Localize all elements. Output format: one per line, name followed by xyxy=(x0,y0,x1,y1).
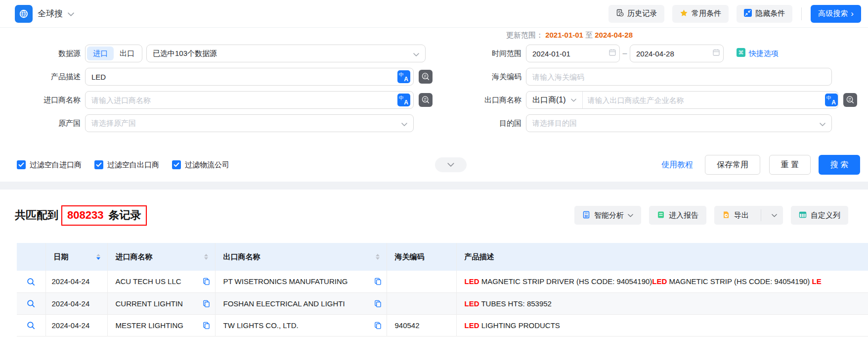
divider xyxy=(761,209,761,221)
hs-code-field xyxy=(526,68,832,86)
header-icon-col xyxy=(17,243,45,271)
filter-label: 过滤空白进口商 xyxy=(30,160,82,170)
reset-button[interactable]: 重 置 xyxy=(769,155,811,175)
section-divider xyxy=(0,182,868,190)
tab-import[interactable]: 进口 xyxy=(87,47,114,60)
product-desc-label: 产品描述 xyxy=(0,72,85,82)
exclude-search-icon[interactable] xyxy=(419,70,433,84)
search-icon[interactable] xyxy=(27,278,35,286)
results-actions: BI 智能分析 进入报告 导出 自定义列 xyxy=(566,206,848,225)
quick-options-link[interactable]: ⌘ 快捷选项 xyxy=(737,48,779,59)
hide-conditions-button[interactable]: 隐藏条件 xyxy=(737,5,792,23)
filter-logistics[interactable]: 过滤物流公司 xyxy=(172,160,229,170)
copy-icon[interactable] xyxy=(203,300,210,307)
translate-icon[interactable]: 中A xyxy=(397,70,410,83)
match-count: 808233 xyxy=(67,209,103,222)
enter-report-label: 进入报告 xyxy=(669,211,698,220)
tutorial-link[interactable]: 使用教程 xyxy=(661,160,693,170)
export-button: 导出 xyxy=(714,206,783,225)
smart-analysis-button[interactable]: BI 智能分析 xyxy=(574,206,641,225)
chevron-down-icon xyxy=(401,119,407,128)
exporter-field: 出口商(1) 中A xyxy=(526,91,838,109)
table-header-row: 日期 进口商名称 出口商名称 海关编码 产品描述 xyxy=(17,243,868,271)
hide-conditions-label: 隐藏条件 xyxy=(755,9,785,18)
header-date-label: 日期 xyxy=(54,252,69,262)
advanced-search-label: 高级搜索 xyxy=(818,9,848,18)
collapse-form-button[interactable] xyxy=(435,157,467,172)
tab-export[interactable]: 出口 xyxy=(114,47,140,60)
update-range-start: 2021-01-01 xyxy=(545,31,583,39)
data-source-select[interactable]: 已选中103个数据源 xyxy=(146,45,426,62)
destination-select[interactable]: 请选择目的国 xyxy=(526,114,832,132)
header-importer[interactable]: 进口商名称 xyxy=(107,243,215,271)
enter-report-button[interactable]: 进入报告 xyxy=(649,206,706,225)
translate-icon[interactable]: 中A xyxy=(825,94,838,106)
header-date[interactable]: 日期 xyxy=(45,243,107,271)
quick-options-label: 快捷选项 xyxy=(749,49,779,58)
data-source-value: 已选中103个数据源 xyxy=(153,49,413,58)
cell-exporter: FOSHAN ELECTRICAL AND LIGHTI xyxy=(215,292,387,314)
checkbox-checked-icon xyxy=(17,160,26,169)
date-end-field[interactable] xyxy=(630,45,724,62)
custom-columns-label: 自定义列 xyxy=(811,211,840,220)
command-icon: ⌘ xyxy=(737,48,745,59)
custom-columns-button[interactable]: 自定义列 xyxy=(791,206,848,225)
search-icon[interactable] xyxy=(27,299,35,308)
search-button[interactable]: 搜 索 xyxy=(819,155,860,175)
date-start-input[interactable] xyxy=(532,49,608,58)
cell-date: 2024-04-24 xyxy=(45,271,107,292)
page: 全球搜 历史记录 常用条件 隐藏条件 高级搜索 › xyxy=(0,0,868,337)
exporter-type-select[interactable]: 出口商(1) xyxy=(526,92,582,108)
star-icon xyxy=(680,9,688,19)
smart-analysis-label: 智能分析 xyxy=(594,211,624,220)
export-dropdown[interactable] xyxy=(765,206,783,225)
export-main[interactable]: 导出 xyxy=(714,206,757,225)
app-title: 全球搜 xyxy=(38,8,63,19)
save-common-button[interactable]: 保存常用 xyxy=(705,155,760,175)
exporter-label: 出口商名称 xyxy=(434,96,526,105)
search-form: 更新范围： 2021-01-01 至 2024-04-28 数据源 进口 出口 … xyxy=(0,28,868,175)
sort-icon[interactable] xyxy=(204,254,208,260)
copy-icon[interactable] xyxy=(203,322,210,329)
exclude-search-icon[interactable] xyxy=(843,93,857,107)
calendar-icon xyxy=(608,48,616,58)
header-exporter-label: 出口商名称 xyxy=(223,252,260,262)
filter-blank-importer[interactable]: 过滤空白进口商 xyxy=(17,160,82,170)
header-product-desc: 产品描述 xyxy=(456,243,868,271)
history-button[interactable]: 历史记录 xyxy=(608,5,664,23)
chevron-down-icon xyxy=(447,163,454,167)
chevron-down-icon xyxy=(413,49,419,58)
destination-label: 目的国 xyxy=(434,119,526,128)
origin-select[interactable]: 请选择原产国 xyxy=(85,114,414,132)
cell-exporter: PT WISETRONICS MANUFATURING xyxy=(215,271,387,292)
data-source-label: 数据源 xyxy=(0,49,85,58)
exclude-search-icon[interactable] xyxy=(419,93,433,107)
app-brand[interactable]: 全球搜 xyxy=(15,5,74,23)
date-start-field[interactable] xyxy=(526,45,620,62)
sort-icon[interactable] xyxy=(96,254,100,260)
copy-icon[interactable] xyxy=(374,278,382,285)
hs-code-input[interactable] xyxy=(532,73,828,81)
importer-input[interactable] xyxy=(91,96,397,104)
chevron-down-icon xyxy=(820,119,825,128)
copy-icon[interactable] xyxy=(374,322,382,329)
history-label: 历史记录 xyxy=(627,9,657,18)
copy-icon[interactable] xyxy=(203,278,210,285)
filter-blank-exporter[interactable]: 过滤空白出口商 xyxy=(94,160,159,170)
date-end-input[interactable] xyxy=(636,49,712,58)
product-desc-input[interactable] xyxy=(91,73,397,81)
origin-placeholder: 请选择原产国 xyxy=(91,119,401,128)
exporter-input[interactable] xyxy=(583,96,825,104)
cell-importer: CURRENT LIGHTIN xyxy=(107,292,215,314)
sort-icon[interactable] xyxy=(376,254,380,260)
copy-icon[interactable] xyxy=(374,300,382,307)
advanced-search-button[interactable]: 高级搜索 › xyxy=(811,5,861,23)
table-body: 2024-04-24ACU TECH US LLCPT WISETRONICS … xyxy=(17,271,868,336)
translate-icon[interactable]: 中A xyxy=(397,94,410,106)
form-actions: 使用教程 保存常用 重 置 搜 索 xyxy=(661,155,860,175)
cell-date: 2024-04-24 xyxy=(45,292,107,314)
header-importer-label: 进口商名称 xyxy=(116,252,153,262)
favorites-button[interactable]: 常用条件 xyxy=(672,5,729,23)
header-exporter[interactable]: 出口商名称 xyxy=(215,243,387,271)
search-icon[interactable] xyxy=(27,321,35,330)
